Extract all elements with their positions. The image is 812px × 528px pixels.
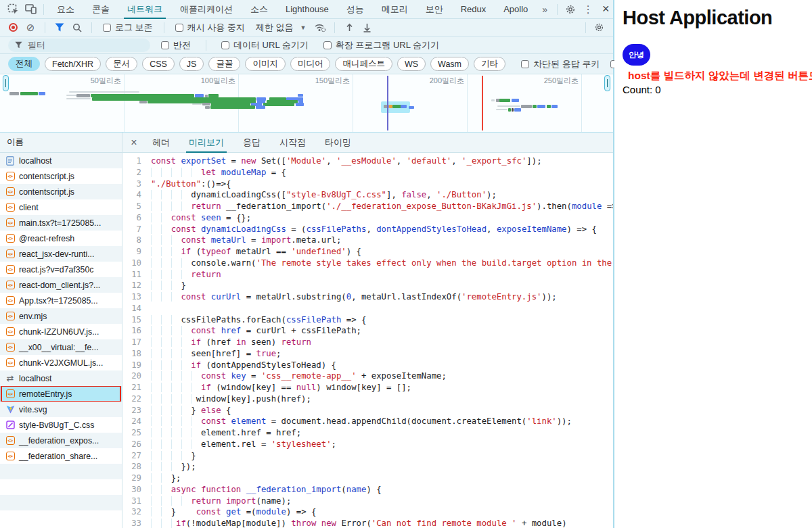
line-number: 32 (122, 506, 151, 518)
request-name: react.js?v=d7af350c (19, 265, 93, 274)
request-row-contentscript.js[interactable]: <>contentscript.js (0, 184, 122, 199)
filter-chip-JS[interactable]: JS (179, 57, 204, 71)
detail-tab-응답[interactable]: 응답 (233, 133, 270, 153)
settings-gear-icon[interactable] (562, 1, 579, 18)
detail-tab-시작점[interactable]: 시작점 (270, 133, 315, 153)
filter-chip-Wasm[interactable]: Wasm (430, 57, 469, 71)
checkbox[interactable] (221, 41, 229, 49)
js-file-icon: <> (5, 389, 15, 399)
preview-code-viewer[interactable]: 1const exportSet = new Set(['Module', '_… (122, 153, 613, 528)
device-toolbar-icon[interactable] (22, 1, 39, 18)
code-line: 16 const href = curUrl + cssFilePath; (122, 325, 613, 337)
import-har-icon[interactable] (342, 20, 357, 35)
timeline-range-handle[interactable] (3, 75, 9, 91)
request-row-localhost[interactable]: localhost (0, 153, 122, 168)
code-text: const exportSet = new Set(['Module', '__… (151, 155, 613, 167)
checkbox[interactable] (175, 24, 183, 32)
devtools-tab-네트워크[interactable]: 네트워크 (118, 0, 171, 19)
record-network-log-button[interactable] (5, 20, 20, 35)
filter-chip-Fetch/XHR[interactable]: Fetch/XHR (45, 57, 101, 71)
hide-extension-urls-checkbox[interactable]: 확장 프로그램 URL 숨기기 (319, 39, 443, 51)
filter-chip-WS[interactable]: WS (397, 57, 426, 71)
devtools-tab-메모리[interactable]: 메모리 (373, 0, 417, 19)
checkbox[interactable] (103, 24, 111, 32)
more-tabs-icon[interactable]: » (537, 0, 553, 19)
request-row-react_jsx-dev-runti...[interactable]: <>react_jsx-dev-runti... (0, 246, 122, 262)
devtools-tab-요소[interactable]: 요소 (48, 0, 83, 19)
detail-tab-미리보기[interactable]: 미리보기 (179, 133, 233, 153)
network-settings-gear-icon[interactable] (590, 20, 608, 36)
detail-tab-헤더[interactable]: 헤더 (143, 133, 179, 153)
filter-chip-글꼴[interactable]: 글꼴 (208, 57, 240, 71)
request-row-@react-refresh[interactable]: <>@react-refresh (0, 231, 122, 246)
timeline-range-handle[interactable] (604, 75, 610, 91)
code-text (151, 303, 613, 314)
request-row-empty (0, 510, 122, 526)
filter-chip-기타[interactable]: 기타 (474, 57, 505, 71)
divider (164, 22, 164, 33)
preserve-log-checkbox[interactable]: 로그 보존 (99, 22, 157, 34)
devtools-tab-Redux[interactable]: Redux (452, 0, 495, 19)
request-name: App.tsx?t=1725085... (19, 296, 98, 306)
websocket-icon: ⇄ (5, 374, 15, 383)
request-row-chunk-V2JXGMUL.js...[interactable]: <>chunk-V2JXGMUL.js... (0, 355, 122, 370)
request-row-style-Bv8UgT_C.css[interactable]: style-Bv8UgT_C.css (0, 417, 122, 433)
line-number: 17 (122, 337, 151, 348)
network-overview-timeline[interactable]: 50밀리초100밀리초150밀리초200밀리초250밀리초 (0, 74, 613, 133)
hide-data-urls-checkbox[interactable]: 데이터 URL 숨기기 (217, 39, 313, 51)
request-row-__federation_share...[interactable]: <>__federation_share... (0, 448, 122, 464)
request-row-main.tsx?t=1725085...[interactable]: <>main.tsx?t=1725085... (0, 215, 122, 231)
filter-chip-매니페스트[interactable]: 매니페스트 (335, 57, 392, 71)
request-row-__x00__virtual:__fe...[interactable]: <>__x00__virtual:__fe... (0, 339, 122, 355)
filter-chip-미디어[interactable]: 미디어 (290, 57, 331, 71)
request-list-header[interactable]: 이름 (0, 133, 122, 153)
filter-chip-CSS[interactable]: CSS (142, 57, 175, 71)
search-icon[interactable] (70, 20, 85, 35)
request-row-react.js?v=d7af350c[interactable]: <>react.js?v=d7af350c (0, 262, 122, 277)
hello-button[interactable]: 안녕 (623, 44, 650, 66)
filter-chip-이미지[interactable]: 이미지 (245, 57, 286, 71)
code-line: 23 } else { (122, 405, 613, 416)
request-row-vite.svg[interactable]: vite.svg (0, 402, 122, 417)
request-row-__federation_expos...[interactable]: <>__federation_expos... (0, 433, 122, 448)
filter-input[interactable]: 필터 (8, 39, 150, 52)
export-har-icon[interactable] (359, 20, 374, 35)
throttling-dropdown[interactable]: 제한 없음 ▼ (252, 22, 311, 34)
request-row-remoteEntry.js[interactable]: <>remoteEntry.js (0, 386, 122, 402)
devtools-tab-콘솔[interactable]: 콘솔 (83, 0, 118, 19)
clear-network-log-icon[interactable]: ⊘ (23, 20, 38, 35)
inspect-element-icon[interactable] (4, 1, 22, 18)
request-row-env.mjs[interactable]: <>env.mjs (0, 308, 122, 324)
devtools-tab-애플리케이션[interactable]: 애플리케이션 (171, 0, 242, 19)
filter-chip-문서[interactable]: 문서 (106, 57, 137, 71)
invert-checkbox[interactable]: 반전 (157, 39, 195, 51)
screen: 요소콘솔네트워크애플리케이션소스Lighthouse성능메모리보안ReduxAp… (0, 0, 812, 528)
filter-funnel-icon[interactable] (52, 20, 67, 35)
devtools-tab-Apollo[interactable]: Apollo (495, 0, 537, 19)
kebab-menu-icon[interactable]: ⋮ (579, 1, 597, 18)
devtools-tab-소스[interactable]: 소스 (242, 0, 277, 19)
checkbox[interactable] (323, 41, 332, 49)
request-row-client[interactable]: <>client (0, 199, 122, 215)
devtools-tab-Lighthouse[interactable]: Lighthouse (277, 0, 338, 19)
waterfall-bar (537, 105, 545, 108)
checkbox[interactable] (521, 60, 529, 68)
request-row-App.tsx?t=1725085...[interactable]: <>App.tsx?t=1725085... (0, 293, 122, 308)
disable-cache-checkbox[interactable]: 캐시 사용 중지 (171, 22, 249, 34)
close-detail-icon[interactable]: × (125, 134, 143, 151)
request-row-react-dom_client.js?...[interactable]: <>react-dom_client.js?... (0, 277, 122, 293)
code-text: if (href in seen) return (151, 337, 613, 348)
close-devtools-icon[interactable]: × (597, 1, 614, 18)
request-row-localhost[interactable]: ⇄localhost (0, 370, 122, 386)
request-row-contentscript.js[interactable]: <>contentscript.js (0, 168, 122, 184)
network-conditions-icon[interactable] (313, 20, 328, 35)
devtools-tab-보안[interactable]: 보안 (417, 0, 452, 19)
request-row-chunk-IZZUN6UV.js...[interactable]: <>chunk-IZZUN6UV.js... (0, 324, 122, 339)
devtools-tab-성능[interactable]: 성능 (338, 0, 373, 19)
request-name: contentscript.js (19, 172, 74, 181)
line-number: 1 (122, 155, 151, 167)
detail-tab-타이밍[interactable]: 타이밍 (315, 133, 361, 153)
filter-chip-전체[interactable]: 전체 (8, 57, 40, 71)
checkbox[interactable] (161, 41, 169, 49)
request-filter-checkbox[interactable]: 차단된 응답 쿠키 (519, 58, 602, 70)
